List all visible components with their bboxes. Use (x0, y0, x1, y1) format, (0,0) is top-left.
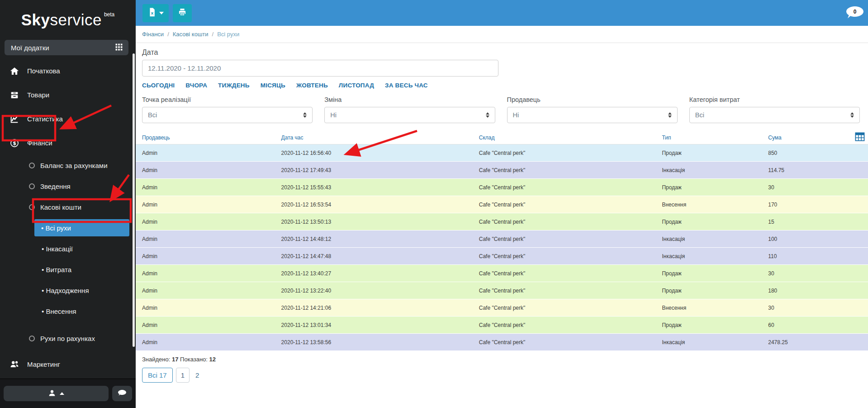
sidebar-item-label: Касові кошти (40, 203, 81, 211)
sidebar-item-cash-funds[interactable]: Касові кошти (0, 197, 136, 217)
outlet-label: Точка реалізації (142, 96, 313, 103)
sidebar-item-deposit[interactable]: Внесення (0, 301, 136, 322)
table-row[interactable]: Admin 2020-11-12 13:40:27 Cafe "Central … (136, 265, 868, 282)
table-row[interactable]: Admin 2020-11-12 16:53:54 Cafe "Central … (136, 196, 868, 213)
header-warehouse[interactable]: Склад (473, 134, 656, 141)
quick-filter-month[interactable]: МІСЯЦЬ (261, 82, 285, 89)
shift-label: Зміна (324, 96, 495, 103)
table-footer: Знайдено: 17 Показано: 12 Всі 17 1 2 (136, 351, 868, 383)
print-button[interactable] (173, 4, 192, 22)
table-row[interactable]: Admin 2020-11-12 14:47:48 Cafe "Central … (136, 248, 868, 265)
sidebar-item-collections[interactable]: Інкасації (0, 238, 136, 259)
cell-datetime: 2020-11-12 13:01:34 (275, 322, 473, 328)
cell-warehouse: Cafe "Central perk" (473, 288, 656, 294)
table-row[interactable]: Admin 2020-11-12 13:01:34 Cafe "Central … (136, 317, 868, 334)
user-menu-button[interactable] (4, 386, 109, 401)
sidebar-item-products[interactable]: Товари (0, 83, 136, 107)
table-row[interactable]: Admin 2020-11-12 14:48:12 Cafe "Central … (136, 230, 868, 248)
header-amount[interactable]: Сума (762, 134, 868, 141)
selected-value: Всі (148, 111, 157, 119)
sidebar-scrollbar[interactable] (133, 53, 135, 347)
quick-filter-october[interactable]: ЖОВТЕНЬ (296, 82, 328, 89)
cell-amount: 30 (762, 184, 868, 191)
cell-seller: Admin (136, 202, 275, 208)
sidebar-item-summary[interactable]: Зведення (0, 176, 136, 197)
cell-seller: Admin (136, 339, 275, 346)
cell-warehouse: Cafe "Central perk" (473, 339, 656, 346)
quick-filter-all-time[interactable]: ЗА ВЕСЬ ЧАС (385, 82, 428, 89)
date-range-input[interactable] (142, 60, 498, 77)
quick-filter-november[interactable]: ЛИСТОПАД (339, 82, 374, 89)
cell-datetime: 2020-11-12 15:55:43 (275, 184, 473, 191)
sidebar-item-income[interactable]: Надходження (0, 280, 136, 301)
cell-seller: Admin (136, 184, 275, 191)
sidebar-item-label: Надходження (42, 287, 89, 294)
table-row[interactable]: Admin 2020-11-12 16:56:40 Cafe "Central … (136, 144, 868, 162)
sidebar-item-all-movements[interactable]: Всі рухи (34, 219, 129, 236)
table-row[interactable]: Admin 2020-11-12 15:55:43 Cafe "Central … (136, 179, 868, 196)
shift-select[interactable]: Ні (324, 107, 495, 123)
shown-label: Показано: (180, 356, 208, 363)
header-seller[interactable]: Продавець (136, 134, 275, 141)
sidebar-item-expense[interactable]: Витрата (0, 259, 136, 280)
found-label: Знайдено: (142, 356, 170, 363)
export-excel-button[interactable]: x (142, 4, 169, 22)
sidebar-item-label: Товари (27, 91, 49, 99)
quick-filter-week[interactable]: ТИЖДЕНЬ (218, 82, 250, 89)
header-type[interactable]: Тип (655, 134, 762, 141)
sidebar-item-label: Зведення (40, 182, 71, 190)
select-arrows-icon (850, 112, 854, 118)
shift-filter: Зміна Ні (324, 96, 495, 123)
pagination-page-2-link[interactable]: 2 (195, 371, 199, 379)
quick-filter-yesterday[interactable]: ВЧОРА (185, 82, 207, 89)
cell-type: Продаж (655, 288, 762, 294)
table-row[interactable]: Admin 2020-11-12 13:22:40 Cafe "Central … (136, 282, 868, 299)
cell-datetime: 2020-11-12 16:56:40 (275, 150, 473, 156)
sidebar-item-label: Статистика (27, 115, 63, 123)
cell-warehouse: Cafe "Central perk" (473, 253, 656, 259)
sidebar-item-marketing[interactable]: Маркетинг (0, 353, 136, 375)
quick-filter-today[interactable]: СЬОГОДНІ (142, 82, 175, 89)
sidebar-chat-button[interactable] (112, 386, 132, 401)
sidebar-item-finance[interactable]: $ Фінанси (0, 131, 136, 155)
cell-amount: 60 (762, 322, 868, 328)
pagination-show-all-button[interactable]: Всі 17 (142, 368, 173, 383)
my-apps-header[interactable]: Мої додатки (5, 40, 128, 55)
select-arrows-icon (303, 112, 307, 118)
result-counts: Знайдено: 17 Показано: 12 (142, 356, 860, 363)
table-row[interactable]: Admin 2020-11-12 13:50:13 Cafe "Central … (136, 213, 868, 230)
sidebar-item-account-movements[interactable]: Рухи по рахунках (0, 328, 136, 349)
pagination-page-1-button[interactable]: 1 (176, 368, 190, 383)
topbar-chat-button[interactable]: 0 (845, 5, 864, 23)
cell-amount: 30 (762, 305, 868, 311)
cell-datetime: 2020-11-12 13:50:13 (275, 219, 473, 225)
seller-label: Продавець (507, 96, 678, 103)
cell-amount: 100 (762, 236, 868, 242)
outlet-select[interactable]: Всі (142, 107, 313, 123)
sidebar-item-balance[interactable]: Баланс за рахунками (0, 155, 136, 176)
expense-category-select[interactable]: Всі (689, 107, 860, 123)
breadcrumb-current-page: Всі рухи (217, 31, 239, 38)
shown-count: 12 (209, 356, 216, 363)
table-columns-icon[interactable] (855, 132, 865, 143)
cell-datetime: 2020-11-12 16:53:54 (275, 202, 473, 208)
chat-bubble-icon (118, 389, 127, 398)
breadcrumb-finance[interactable]: Фінанси (142, 31, 164, 38)
breadcrumb-cash-funds[interactable]: Касові кошти (173, 31, 209, 38)
table-row[interactable]: Admin 2020-11-12 13:58:56 Cafe "Central … (136, 334, 868, 351)
svg-text:$: $ (13, 140, 16, 146)
cell-warehouse: Cafe "Central perk" (473, 219, 656, 225)
header-datetime[interactable]: Дата час (275, 134, 473, 141)
sidebar-item-statistics[interactable]: Статистика (0, 107, 136, 131)
seller-select[interactable]: Ні (507, 107, 678, 123)
table-row[interactable]: Admin 2020-11-12 14:21:06 Cafe "Central … (136, 299, 868, 317)
cell-amount: 180 (762, 288, 868, 294)
cell-seller: Admin (136, 288, 275, 294)
circle-icon (29, 183, 35, 189)
sidebar-item-home[interactable]: Початкова (0, 59, 136, 83)
cell-type: Внесення (655, 202, 762, 208)
caret-up-icon (60, 392, 64, 395)
select-arrows-icon (486, 112, 489, 118)
table-row[interactable]: Admin 2020-11-12 17:49:43 Cafe "Central … (136, 162, 868, 179)
sidebar-footer (0, 379, 136, 408)
